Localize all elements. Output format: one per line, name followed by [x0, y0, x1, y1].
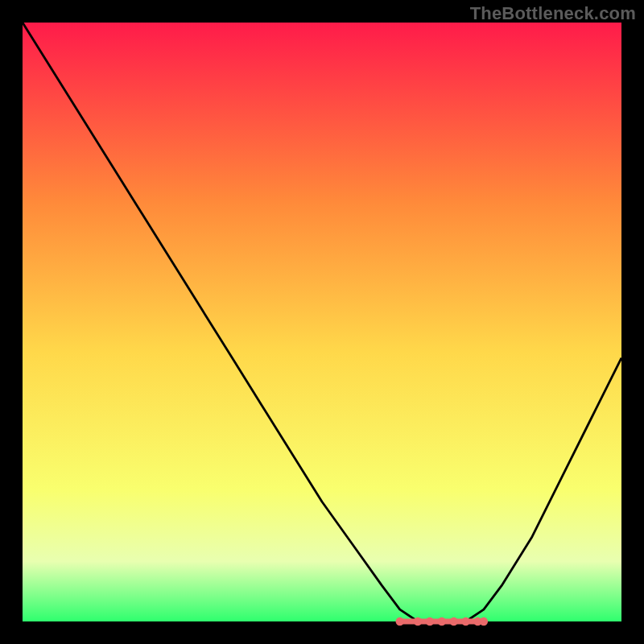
- optimal-marker-dot: [461, 617, 469, 625]
- optimal-marker-dot: [426, 617, 434, 625]
- optimal-marker-dot: [396, 617, 404, 625]
- optimal-marker-dot: [414, 617, 422, 625]
- optimal-marker-dot: [449, 617, 457, 625]
- plot-area: [23, 23, 621, 621]
- optimal-marker-dot: [480, 617, 488, 625]
- bottleneck-chart: [0, 0, 644, 644]
- optimal-marker-dot: [438, 617, 446, 625]
- watermark: TheBottleneck.com: [470, 3, 636, 24]
